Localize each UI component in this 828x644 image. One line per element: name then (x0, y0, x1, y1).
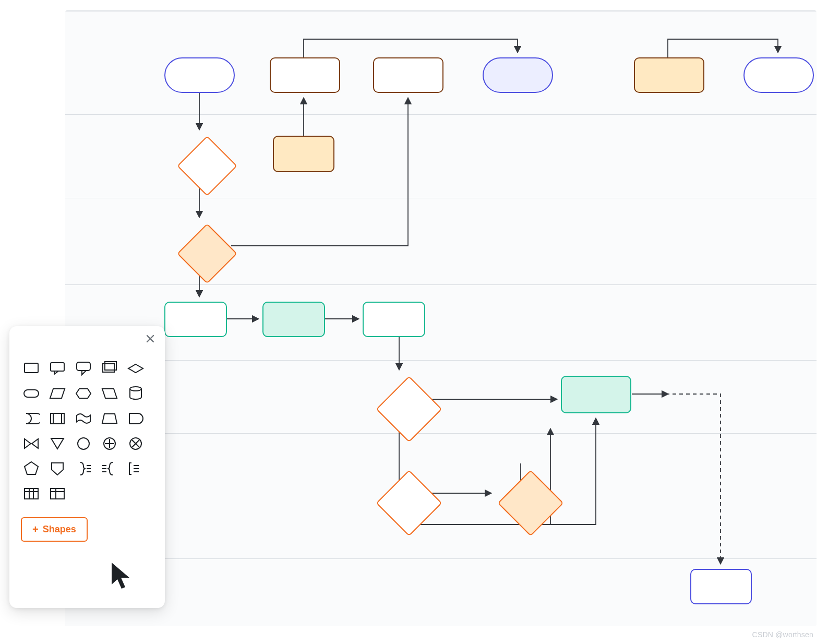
add-shapes-label: Shapes (43, 524, 76, 535)
shape-triangle-down-icon[interactable] (47, 435, 68, 452)
node-K1[interactable] (376, 470, 442, 536)
watermark: CSDN @worthsen (752, 630, 813, 639)
shape-pentagon-icon[interactable] (21, 460, 42, 478)
add-shapes-button[interactable]: + Shapes (21, 517, 88, 542)
swimlane-divider (65, 284, 817, 285)
node-H1[interactable] (164, 302, 227, 337)
svg-rect-0 (25, 363, 38, 373)
node-B1[interactable] (270, 57, 340, 93)
svg-rect-1 (51, 363, 64, 371)
shape-parallelogram-right-icon[interactable] (99, 385, 120, 402)
node-J[interactable] (561, 376, 631, 413)
shape-cylinder-icon[interactable] (125, 385, 146, 402)
node-E[interactable] (743, 57, 814, 93)
shape-bowtie-icon[interactable] (21, 435, 42, 452)
node-G1[interactable] (177, 136, 237, 196)
swimlane-divider (65, 558, 817, 559)
node-H3[interactable] (363, 302, 425, 337)
svg-rect-26 (25, 488, 38, 499)
shape-double-rect-icon[interactable] (47, 410, 68, 427)
shape-trapezoid-icon[interactable] (99, 410, 120, 427)
diagram-canvas[interactable] (65, 10, 817, 626)
shape-rectangle-icon[interactable] (21, 360, 42, 377)
shape-callout-icon[interactable] (73, 360, 94, 377)
shape-table-2col-icon[interactable] (47, 485, 68, 503)
svg-rect-30 (51, 488, 64, 499)
node-A[interactable] (164, 57, 235, 93)
shape-shield-icon[interactable] (47, 460, 68, 478)
svg-point-10 (78, 438, 89, 449)
edge-J-L[interactable] (632, 394, 721, 564)
shape-brace-right-icon[interactable] (73, 460, 94, 478)
close-icon[interactable] (145, 333, 155, 346)
node-I[interactable] (376, 376, 442, 442)
diagram-editor: + Shapes CSDN @worthsen (0, 0, 828, 644)
node-B2[interactable] (373, 57, 443, 93)
shape-drum-icon[interactable] (21, 410, 42, 427)
shape-hexagon-icon[interactable] (73, 385, 94, 402)
shape-table-3col-icon[interactable] (21, 485, 42, 503)
swimlane-divider (65, 198, 817, 198)
node-D[interactable] (634, 57, 704, 93)
shape-circle-plus-icon[interactable] (99, 435, 120, 452)
node-F[interactable] (273, 136, 334, 172)
shape-d-shape-icon[interactable] (125, 410, 146, 427)
shapes-panel: + Shapes (9, 326, 165, 608)
swimlane-divider (65, 114, 817, 115)
shape-callout-rect-icon[interactable] (47, 360, 68, 377)
shape-brace-square-icon[interactable] (125, 460, 146, 478)
edge-B1-top[interactable] (304, 39, 518, 57)
svg-point-6 (130, 387, 141, 391)
shape-wave-icon[interactable] (73, 410, 94, 427)
shape-diamond-flat-icon[interactable] (125, 360, 146, 377)
node-H2[interactable] (262, 302, 325, 337)
edge-D-E[interactable] (668, 39, 778, 57)
node-G2[interactable] (177, 223, 237, 284)
shape-parallelogram-left-icon[interactable] (47, 385, 68, 402)
plus-icon: + (32, 523, 39, 535)
swimlane-divider (65, 360, 817, 361)
svg-rect-7 (51, 413, 64, 424)
svg-rect-5 (24, 390, 39, 397)
shape-pill-icon[interactable] (21, 385, 42, 402)
node-L[interactable] (690, 569, 752, 604)
node-C[interactable] (483, 57, 553, 93)
node-K2[interactable] (497, 470, 563, 536)
shape-circle-icon[interactable] (73, 435, 94, 452)
shape-card-stack-icon[interactable] (99, 360, 120, 377)
svg-rect-2 (77, 362, 90, 371)
shape-brace-left-icon[interactable] (99, 460, 120, 478)
shape-circle-x-icon[interactable] (125, 435, 146, 452)
